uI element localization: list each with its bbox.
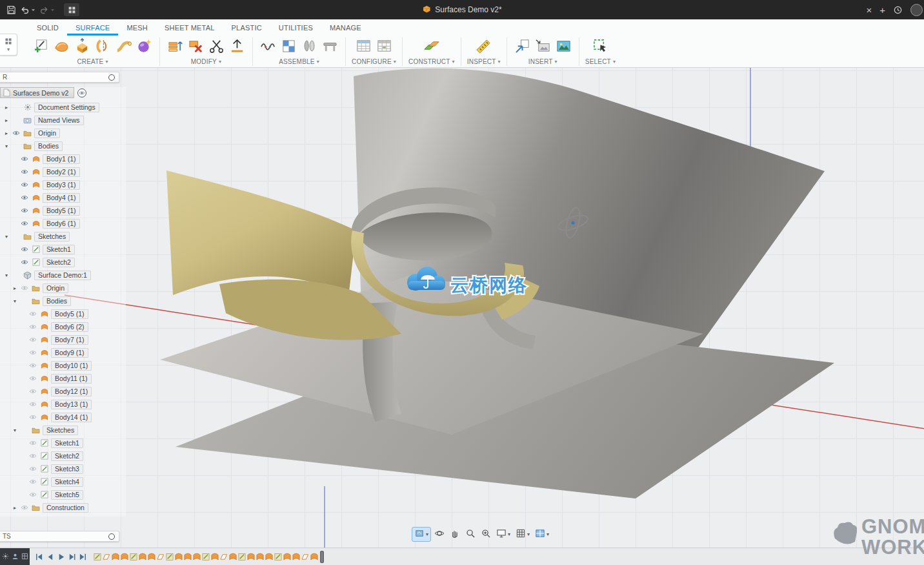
joint-origin-icon[interactable] (300, 37, 319, 56)
new-tab-button[interactable]: + (879, 5, 885, 15)
expand-arrow-icon[interactable]: ▾ (3, 272, 10, 278)
group-dropdown-configure[interactable]: CONFIGURE▾ (352, 58, 396, 65)
save-button[interactable] (6, 5, 16, 15)
root-visibility-button[interactable] (77, 88, 86, 98)
redo-button[interactable] (39, 5, 55, 15)
configuration-table-icon[interactable] (375, 37, 394, 56)
timeline-feature-plane[interactable] (220, 552, 228, 561)
group-dropdown-insert[interactable]: INSERT▾ (528, 58, 557, 65)
visibility-eye-icon[interactable] (20, 260, 29, 265)
tl-grid-icon[interactable] (21, 551, 28, 562)
visibility-eye-icon[interactable] (20, 247, 29, 252)
visibility-eye-icon[interactable] (28, 479, 37, 484)
create-form-icon[interactable] (135, 37, 154, 56)
browser-item-body14-1[interactable]: Body14 (1) (0, 411, 126, 424)
visibility-eye-icon[interactable] (20, 169, 29, 174)
file-home-button[interactable] (64, 3, 79, 16)
browser-item-sketch2[interactable]: Sketch2 (0, 449, 126, 462)
expand-arrow-icon[interactable]: ▸ (3, 130, 10, 136)
timeline-feature-surface[interactable] (121, 552, 128, 561)
browser-item-sketch4[interactable]: Sketch4 (0, 475, 126, 488)
timeline-playhead[interactable] (320, 551, 324, 563)
timeline-feature-surface[interactable] (112, 552, 119, 561)
browser-root-row[interactable]: Surfaces Demo v2 (0, 87, 126, 98)
browser-panel-collapsed-bar[interactable]: R (0, 72, 119, 83)
browser-item-body6-1[interactable]: Body6 (1) (0, 217, 126, 230)
tab-surface[interactable]: SURFACE (67, 21, 118, 36)
browser-item-document-settings[interactable]: ▸Document Settings (0, 101, 126, 114)
extrude-icon[interactable] (73, 37, 92, 56)
tab-solid[interactable]: SOLID (28, 21, 67, 36)
group-dropdown-create[interactable]: CREATE▾ (77, 58, 108, 65)
timeline-feature-plane[interactable] (103, 552, 110, 561)
visibility-eye-icon[interactable] (28, 402, 37, 407)
visibility-eye-icon[interactable] (20, 505, 29, 510)
measure-icon[interactable] (474, 37, 493, 56)
rigid-group-icon[interactable] (321, 37, 339, 56)
browser-item-sketch5[interactable]: Sketch5 (0, 488, 126, 501)
timeline-feature-sketch[interactable] (166, 552, 174, 561)
browser-item-body11-1[interactable]: Body11 (1) (0, 372, 126, 385)
visibility-eye-icon[interactable] (28, 311, 37, 316)
expand-arrow-icon[interactable]: ▸ (12, 505, 18, 511)
close-tab-button[interactable]: × (866, 5, 872, 15)
tab-sheet-metal[interactable]: SHEET METAL (156, 21, 223, 36)
timeline-feature-surface[interactable] (148, 552, 156, 561)
group-dropdown-select[interactable]: SELECT▾ (585, 58, 616, 65)
delete-icon[interactable] (186, 37, 205, 56)
viewports-button[interactable]: ▾ (533, 527, 551, 542)
timeline-feature-surface[interactable] (283, 552, 291, 561)
visibility-eye-icon[interactable] (28, 337, 37, 342)
canvas-icon[interactable] (554, 37, 573, 56)
pan-button[interactable] (448, 527, 462, 542)
visibility-eye-icon[interactable] (28, 492, 37, 497)
browser-item-sketches[interactable]: ▾Sketches (0, 230, 126, 243)
redo-caret-icon[interactable] (50, 8, 55, 12)
timeline-feature-surface[interactable] (193, 552, 201, 561)
browser-item-body12-1[interactable]: Body12 (1) (0, 385, 126, 398)
press-pull-icon[interactable] (166, 37, 185, 56)
undo-button[interactable] (20, 5, 35, 15)
skip-start-button[interactable] (35, 553, 43, 561)
browser-item-sketch3[interactable]: Sketch3 (0, 462, 126, 475)
group-dropdown-construct[interactable]: CONSTRUCT▾ (408, 58, 455, 65)
expand-arrow-icon[interactable]: ▸ (3, 105, 10, 110)
panel-toggle-icon[interactable] (108, 74, 115, 81)
trim-icon[interactable] (207, 37, 226, 56)
visibility-eye-icon[interactable] (28, 376, 37, 381)
visibility-eye-icon[interactable] (12, 130, 21, 136)
browser-item-body4-1[interactable]: Body4 (1) (0, 191, 126, 204)
tab-mesh[interactable]: MESH (118, 21, 156, 36)
browser-item-body5-1[interactable]: Body5 (1) (0, 307, 126, 320)
timeline-feature-surface[interactable] (265, 552, 273, 561)
browser-item-bodies[interactable]: ▾Bodies (0, 294, 126, 307)
decal-icon[interactable] (534, 37, 552, 56)
browser-item-body2-1[interactable]: Body2 (1) (0, 165, 126, 178)
tab-utilities[interactable]: UTILITIES (270, 21, 321, 36)
browser-item-sketch2[interactable]: Sketch2 (0, 256, 126, 269)
group-dropdown-modify[interactable]: MODIFY▾ (191, 58, 221, 65)
body-tan-ribbon[interactable] (166, 170, 356, 297)
visibility-eye-icon[interactable] (20, 285, 29, 291)
browser-item-body13-1[interactable]: Body13 (1) (0, 398, 126, 411)
expand-arrow-icon[interactable]: ▾ (3, 234, 10, 240)
play-button[interactable] (57, 553, 65, 561)
browser-item-body6-2[interactable]: Body6 (2) (0, 320, 126, 333)
visibility-eye-icon[interactable] (20, 208, 29, 213)
viewport-3d[interactable]: 云桥网络 (0, 68, 924, 548)
timeline-feature-sketch[interactable] (94, 552, 101, 561)
browser-root-chip[interactable]: Surfaces Demo v2 (0, 87, 74, 98)
browser-item-bodies[interactable]: ▾Bodies (0, 139, 126, 152)
expand-arrow-icon[interactable]: ▸ (12, 285, 18, 291)
timeline-feature-sketch[interactable] (238, 552, 246, 561)
visibility-eye-icon[interactable] (28, 363, 37, 368)
create-sketch-icon[interactable] (32, 37, 50, 56)
visibility-eye-icon[interactable] (28, 415, 37, 420)
grid-settings-button[interactable]: ▾ (514, 527, 532, 542)
construction-plane-icon[interactable] (422, 37, 441, 56)
step-back-button[interactable] (46, 553, 54, 561)
browser-item-body9-1[interactable]: Body9 (1) (0, 346, 126, 359)
profile-avatar[interactable] (910, 4, 923, 16)
timeline-feature-surface[interactable] (175, 552, 183, 561)
new-component-icon[interactable] (279, 37, 298, 56)
